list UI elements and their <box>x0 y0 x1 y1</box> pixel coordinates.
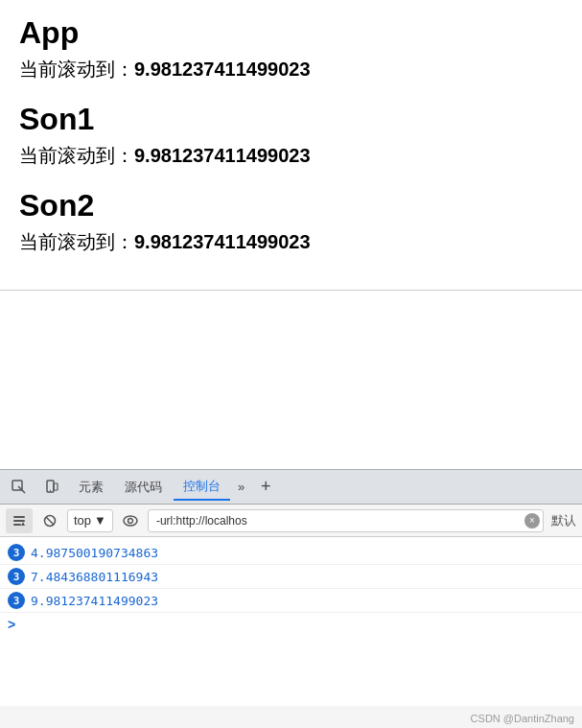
app-scroll-value: 当前滚动到：9.981237411499023 <box>19 57 563 82</box>
block-icon-button[interactable] <box>36 508 63 533</box>
son1-section: Son1 当前滚动到：9.981237411499023 <box>19 102 563 169</box>
main-content: App 当前滚动到：9.981237411499023 Son1 当前滚动到：9… <box>0 0 582 291</box>
app-scroll-number: 9.981237411499023 <box>134 59 311 80</box>
devtools-toolbar: top ▼ × 默认 <box>0 505 582 537</box>
context-dropdown-icon: ▼ <box>94 513 106 528</box>
mobile-icon-button[interactable] <box>36 474 67 501</box>
filter-clear-button[interactable]: × <box>524 513 540 528</box>
app-scroll-label: 当前滚动到： <box>19 59 134 80</box>
svg-point-9 <box>124 516 137 526</box>
console-row: 3 7.484368801116943 <box>0 565 582 589</box>
console-log-icon-1: 3 <box>8 544 25 561</box>
svg-rect-3 <box>54 483 58 490</box>
prompt-arrow-icon: > <box>8 617 15 632</box>
tab-console[interactable]: 控制台 <box>174 474 230 501</box>
clear-console-button[interactable] <box>6 508 33 533</box>
watermark: CSDN @DantinZhang <box>471 713 574 724</box>
tab-elements[interactable]: 元素 <box>69 474 113 501</box>
son1-title: Son1 <box>19 102 563 137</box>
tab-add-button[interactable]: + <box>252 474 279 501</box>
svg-rect-5 <box>13 520 25 522</box>
default-label: 默认 <box>551 512 576 529</box>
filter-input[interactable] <box>148 509 544 532</box>
app-title: App <box>19 15 563 51</box>
console-row: 3 9.981237411499023 <box>0 589 582 613</box>
devtools-panel: 元素 源代码 控制台 » + top ▼ <box>0 469 582 728</box>
context-selector[interactable]: top ▼ <box>67 509 113 532</box>
console-value-2: 7.484368801116943 <box>31 570 158 584</box>
console-log-icon-2: 3 <box>8 568 25 585</box>
son2-section: Son2 当前滚动到：9.981237411499023 <box>19 188 563 255</box>
console-value-3: 9.981237411499023 <box>31 594 158 608</box>
console-row: 3 4.987500190734863 <box>0 541 582 565</box>
son1-scroll-number: 9.981237411499023 <box>134 145 311 166</box>
svg-rect-6 <box>13 524 21 526</box>
console-value-1: 4.987500190734863 <box>31 546 158 560</box>
app-section: App 当前滚动到：9.981237411499023 <box>19 15 563 82</box>
son2-scroll-value: 当前滚动到：9.981237411499023 <box>19 229 563 255</box>
son2-scroll-number: 9.981237411499023 <box>134 231 311 252</box>
console-output: 3 4.987500190734863 3 7.484368801116943 … <box>0 537 582 706</box>
live-expressions-button[interactable] <box>117 508 144 533</box>
svg-rect-4 <box>13 516 25 518</box>
svg-line-8 <box>46 517 54 525</box>
tab-more-button[interactable]: » <box>232 476 250 498</box>
svg-point-10 <box>128 518 132 523</box>
console-prompt: > <box>0 613 582 636</box>
son1-scroll-value: 当前滚动到：9.981237411499023 <box>19 143 563 169</box>
son1-scroll-label: 当前滚动到： <box>19 145 134 166</box>
inspect-icon-button[interactable] <box>4 474 35 501</box>
tab-sources[interactable]: 源代码 <box>115 474 172 501</box>
son2-scroll-label: 当前滚动到： <box>19 231 134 252</box>
console-log-icon-3: 3 <box>8 592 25 609</box>
son2-title: Son2 <box>19 188 563 223</box>
filter-input-wrapper: × <box>148 509 544 532</box>
context-label: top <box>74 513 91 528</box>
devtools-tab-bar: 元素 源代码 控制台 » + <box>0 470 582 505</box>
